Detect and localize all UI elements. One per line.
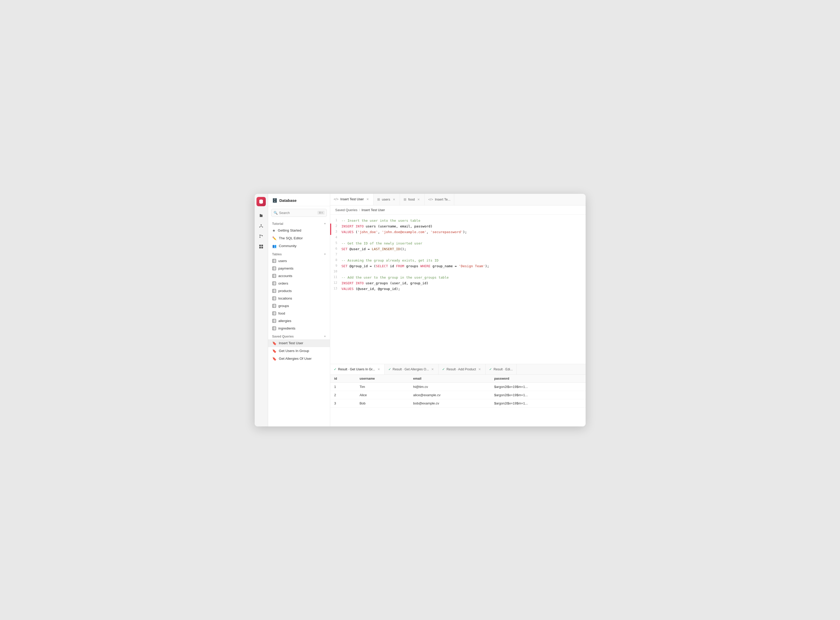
code-icon-tab1: </> [334, 197, 339, 201]
tab-insert-test-2[interactable]: </> Insert Te... [425, 194, 454, 205]
saved-query-items: 🔖 Insert Test User 🔖 Get Users In Group … [268, 339, 330, 363]
sidebar-item-table-ingredients[interactable]: ingredients [268, 325, 330, 332]
code-line-7: 7 [330, 252, 586, 258]
code-line-10: 10 [330, 269, 586, 275]
tab-users[interactable]: ⊞ users ✕ [373, 194, 400, 205]
result-tab-edit[interactable]: ✓ Result · Edi... [486, 364, 516, 375]
svg-rect-24 [272, 281, 275, 285]
main-content: </> Insert Test User ✕ ⊞ users ✕ ⊞ food … [330, 194, 586, 426]
code-line-1: 1-- Insert the user into the users table [330, 218, 586, 224]
line-content-11: -- Add the user to the group in the user… [342, 275, 586, 280]
table-grid-icon [272, 274, 276, 278]
line-content-7 [342, 252, 586, 258]
table-grid-icon [272, 327, 276, 330]
line-content-6: SET @user_id = LAST_INSERT_ID(); [342, 246, 586, 252]
result-tab-get-allergies[interactable]: ✓ Result · Get Allergies O... ✕ [385, 364, 438, 375]
svg-rect-10 [259, 247, 261, 248]
tables-label: Tables [272, 253, 282, 256]
col-username: username [355, 375, 409, 383]
tutorial-section-header[interactable]: Tutorial ▾ [268, 220, 330, 227]
line-content-1: -- Insert the user into the users table [342, 218, 586, 224]
cell-id: 1 [330, 382, 355, 391]
tab-close-insert-test-user[interactable]: ✕ [366, 197, 370, 201]
sidebar-item-table-accounts[interactable]: accounts [268, 272, 330, 280]
tab-close-food[interactable]: ✕ [417, 197, 421, 202]
result-tab-add-product[interactable]: ✓ Result · Add Product ✕ [438, 364, 486, 375]
svg-rect-16 [272, 266, 275, 270]
tables-section-header[interactable]: Tables ▾ [268, 250, 330, 257]
sidebar-item-table-groups[interactable]: groups [268, 302, 330, 310]
table-item-label-allergies: allergies [278, 319, 291, 323]
svg-rect-32 [272, 296, 275, 300]
sidebar-item-table-orders[interactable]: orders [268, 280, 330, 287]
query-item-label-insert-test-user: Insert Test User [279, 341, 303, 345]
sidebar-item-table-locations[interactable]: locations [268, 295, 330, 302]
saved-queries-label: Saved Queries [272, 335, 294, 338]
result-tab-close-1[interactable]: ✕ [377, 367, 381, 372]
sidebar-item-sql-editor[interactable]: ✏️ The SQL Editor [268, 235, 330, 242]
sidebar-content: Tutorial ▾ ★ Getting Started ✏️ The SQL … [268, 220, 330, 426]
svg-point-6 [260, 237, 260, 238]
sidebar-item-query-get-users-in-group[interactable]: 🔖 Get Users In Group [268, 347, 330, 355]
result-tab-close-2[interactable]: ✕ [431, 367, 435, 372]
sidebar-item-table-payments[interactable]: payments [268, 265, 330, 272]
breadcrumb-parent[interactable]: Saved Queries [335, 208, 358, 212]
bookmark-icon: 🔖 [272, 341, 277, 345]
sidebar-item-table-products[interactable]: products [268, 287, 330, 295]
tab-close-users[interactable]: ✕ [392, 197, 396, 202]
table-icon-tab2: ⊞ [377, 197, 380, 201]
breadcrumb: Saved Queries / Insert Test User [330, 205, 586, 215]
table-row: 3Bobbob@example.cv$argon2i$v=19$m=1... [330, 399, 586, 407]
sidebar-item-table-food[interactable]: food [268, 310, 330, 317]
code-line-4: 4 [330, 235, 586, 241]
table-grid-icon [272, 296, 276, 300]
saved-queries-arrow-icon: ▾ [324, 335, 326, 338]
query-item-label-get-allergies-of-user: Get Allergies Of User [279, 357, 312, 361]
breadcrumb-separator: / [359, 208, 360, 212]
tab-label-users: users [382, 197, 390, 201]
result-table: id username email password 1Timhi@tim.cv… [330, 375, 586, 408]
line-num-2: 2 [331, 224, 342, 229]
code-editor[interactable]: 1-- Insert the user into the users table… [330, 215, 586, 364]
line-num-8: 8 [331, 258, 342, 263]
cell-password: $argon2i$v=19$m=1... [490, 391, 586, 399]
result-tab-label-add-product: Result · Add Product [447, 367, 476, 371]
sidebar: 🗄️ Database 🔍 ⌘K Tutorial ▾ ★ Getting St… [268, 194, 330, 426]
svg-rect-48 [272, 327, 275, 330]
sidebar-item-table-allergies[interactable]: allergies [268, 317, 330, 325]
code-line-6: 6SET @user_id = LAST_INSERT_ID(); [330, 246, 586, 252]
tab-label-food: food [408, 197, 415, 201]
cell-username: Tim [355, 382, 409, 391]
svg-rect-44 [272, 319, 275, 322]
sidebar-item-table-users[interactable]: users [268, 257, 330, 265]
nav-blocks-icon[interactable] [257, 242, 265, 251]
table-item-label-payments: payments [278, 266, 294, 270]
sidebar-item-community[interactable]: 👥 Community [268, 242, 330, 250]
users-icon: 👥 [272, 244, 277, 248]
table-icon-tab3: ⊞ [403, 197, 406, 201]
result-tab-get-users[interactable]: ✓ Result · Get Users In Gr... ✕ [330, 364, 385, 375]
svg-point-2 [260, 224, 262, 225]
sidebar-item-query-get-allergies-of-user[interactable]: 🔖 Get Allergies Of User [268, 355, 330, 363]
nav-schema-icon[interactable] [257, 222, 265, 230]
nav-files-icon[interactable] [257, 211, 265, 220]
saved-queries-section-header[interactable]: Saved Queries ▾ [268, 332, 330, 339]
line-content-10 [342, 269, 586, 275]
sidebar-item-getting-started[interactable]: ★ Getting Started [268, 227, 330, 235]
result-tab-close-3[interactable]: ✕ [477, 367, 482, 372]
saved-queries-section: Saved Queries ▾ 🔖 Insert Test User 🔖 Get… [268, 332, 330, 363]
line-content-8: -- Assuming the group already exists, ge… [342, 258, 586, 263]
query-item-label-get-users-in-group: Get Users In Group [279, 349, 309, 353]
tab-food[interactable]: ⊞ food ✕ [400, 194, 425, 205]
table-item-label-ingredients: ingredients [278, 327, 295, 330]
line-content-9: SET @group_id = (SELECT id FROM groups W… [342, 263, 586, 269]
line-num-11: 11 [331, 275, 342, 280]
table-grid-icon [272, 281, 276, 285]
tab-insert-test-user[interactable]: </> Insert Test User ✕ [330, 194, 374, 205]
line-num-12: 12 [331, 280, 342, 286]
svg-rect-11 [261, 247, 263, 248]
tables-section: Tables ▾ users payments [268, 250, 330, 332]
svg-rect-36 [272, 304, 275, 307]
nav-git-icon[interactable] [257, 232, 265, 240]
sidebar-item-query-insert-test-user[interactable]: 🔖 Insert Test User [268, 339, 330, 347]
